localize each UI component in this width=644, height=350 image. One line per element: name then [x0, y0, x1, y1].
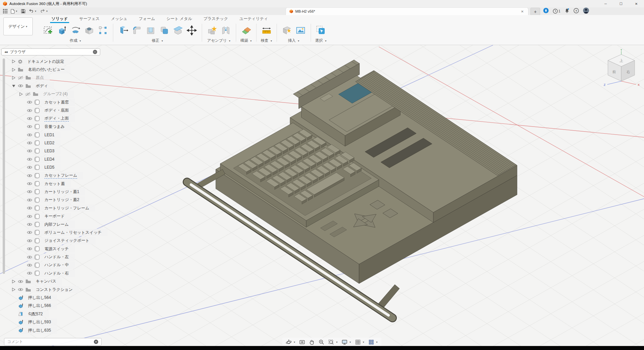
visibility-eye-icon[interactable] — [27, 230, 32, 234]
tree-row-body[interactable]: 電源スイッチ — [1, 245, 106, 253]
extensions-icon[interactable] — [543, 8, 549, 15]
tree-row-body[interactable]: ハンドル・右 — [1, 269, 106, 277]
create-sketch-icon[interactable] — [42, 24, 54, 37]
expand-arrow-icon[interactable] — [19, 92, 23, 97]
tab-close-icon[interactable]: ✕ — [520, 10, 525, 13]
tree-row-root[interactable]: ボディ — [1, 82, 106, 90]
grid-display-icon[interactable]: ▼ — [355, 339, 365, 345]
tree-row-body[interactable]: カセット蓋 — [1, 180, 106, 188]
expand-arrow-icon[interactable] — [11, 279, 16, 284]
visibility-eye-icon[interactable] — [27, 182, 32, 186]
tree-row-body[interactable]: 内部フレーム — [1, 220, 106, 228]
tree-row-body[interactable]: 音量つまみ — [1, 123, 106, 131]
tree-row-body[interactable]: ボディ・上面 — [1, 115, 106, 123]
visibility-eye-icon[interactable] — [27, 239, 32, 243]
tree-row-body[interactable]: キーボード — [1, 212, 106, 220]
new-tab-button[interactable]: + — [530, 8, 540, 15]
view-cube[interactable]: 上 前 右 Y Z X — [601, 49, 642, 90]
tree-row-body[interactable]: ジョイスティックポート — [1, 237, 106, 245]
tree-row-feature[interactable]: 押し出し566 — [1, 302, 106, 310]
visibility-eye-icon[interactable] — [27, 206, 32, 210]
ribbon-group-label[interactable]: アセンブリ ▼ — [207, 38, 231, 43]
save-icon[interactable] — [20, 8, 26, 14]
tree-row-body[interactable]: LED1 — [1, 131, 106, 139]
ribbon-tab-6[interactable]: プラスチック — [199, 16, 233, 23]
visibility-eye-icon[interactable] — [25, 92, 31, 96]
fit-icon[interactable]: ▼ — [328, 339, 338, 345]
browser-scrollbar[interactable] — [3, 58, 5, 274]
tree-row-body[interactable]: ハンドル・中 — [1, 261, 106, 269]
split-body-icon[interactable] — [172, 24, 184, 37]
visibility-eye-icon[interactable] — [27, 157, 32, 161]
tree-row-body[interactable]: LED3 — [1, 147, 106, 155]
visibility-eye-icon[interactable] — [27, 198, 32, 202]
ribbon-tab-7[interactable]: ユーティリティ — [235, 16, 273, 23]
visibility-eye-icon[interactable] — [27, 149, 32, 153]
redo-icon[interactable]: ▼ — [39, 8, 49, 14]
ribbon-group-label[interactable]: 修正 ▼ — [152, 38, 163, 43]
visibility-eye-icon[interactable] — [27, 165, 32, 169]
visibility-eye-icon[interactable] — [18, 288, 23, 292]
ribbon-tab-4[interactable]: フォーム — [134, 16, 160, 23]
tree-row-feature[interactable]: 押し出し635 — [1, 326, 106, 334]
expand-arrow-icon[interactable] — [11, 59, 16, 64]
zoom-icon[interactable] — [318, 339, 325, 345]
pattern-icon[interactable] — [97, 24, 109, 37]
ribbon-tab-2[interactable]: サーフェス — [74, 16, 104, 23]
collapse-arrow-icon[interactable] — [11, 83, 16, 88]
comment-input[interactable]: コメント + — [4, 338, 102, 346]
workspace-switcher[interactable]: デザイン ▼ — [3, 17, 33, 35]
tree-row-body[interactable]: カートリッジ・蓋1 — [1, 188, 106, 196]
shell-icon[interactable] — [145, 24, 157, 37]
tree-row-body[interactable]: カセット蓋窓 — [1, 98, 106, 106]
visibility-eye-icon[interactable] — [27, 190, 32, 194]
extrude-icon[interactable] — [56, 24, 68, 37]
ribbon-tab-3[interactable]: メッシュ — [106, 16, 132, 23]
app-grid-icon[interactable] — [2, 8, 8, 14]
ribbon-tab-1[interactable]: ソリッド — [47, 16, 72, 23]
look-at-icon[interactable] — [299, 339, 305, 345]
tree-row-body[interactable]: ボリューム・リセットスイッチ — [1, 228, 106, 236]
tree-row-body[interactable]: カートリッジ・蓋2 — [1, 196, 106, 204]
combine-icon[interactable] — [158, 24, 170, 37]
avatar[interactable] — [583, 7, 589, 15]
undo-icon[interactable]: ▼ — [28, 8, 38, 14]
expand-arrow-icon[interactable] — [11, 67, 16, 72]
visibility-eye-icon[interactable] — [27, 141, 32, 145]
tree-row-root[interactable]: キャンバス — [1, 278, 106, 286]
expand-arrow-icon[interactable] — [11, 287, 16, 292]
hole-icon[interactable] — [83, 24, 95, 37]
measure-icon[interactable] — [261, 24, 273, 37]
decal-icon[interactable] — [281, 24, 293, 37]
ribbon-group-label[interactable]: 構築 ▼ — [240, 38, 252, 43]
tree-row-body[interactable]: カートリッジ・フレーム — [1, 204, 106, 212]
visibility-eye-icon[interactable] — [18, 84, 23, 88]
press-pull-icon[interactable] — [117, 24, 129, 37]
visibility-eye-icon[interactable] — [18, 76, 23, 80]
close-button[interactable]: ✕ — [629, 0, 644, 7]
tree-row-group[interactable]: グループ2 (4) — [1, 90, 106, 98]
tree-row-body[interactable]: LED4 — [1, 155, 106, 163]
new-component-icon[interactable] — [206, 24, 218, 37]
revolve-icon[interactable] — [69, 24, 82, 37]
orbit-icon[interactable]: ▼ — [286, 339, 296, 345]
canvas-image-icon[interactable] — [295, 24, 307, 37]
fillet-icon[interactable] — [131, 24, 143, 37]
joint-icon[interactable] — [220, 24, 232, 37]
ribbon-group-label[interactable]: 挿入 ▼ — [288, 38, 300, 43]
add-comment-icon[interactable]: + — [94, 340, 98, 344]
viewports-icon[interactable]: ▼ — [368, 339, 378, 345]
visibility-eye-icon[interactable] — [27, 255, 32, 259]
file-menu-icon[interactable]: ▼ — [10, 8, 19, 14]
tree-row-body[interactable]: カセットフレーム — [1, 171, 106, 179]
help-icon[interactable]: ? — [574, 8, 579, 15]
notifications-bell-icon[interactable] — [565, 8, 570, 15]
visibility-eye-icon[interactable] — [27, 125, 32, 129]
visibility-eye-icon[interactable] — [27, 271, 32, 275]
visibility-eye-icon[interactable] — [27, 247, 32, 251]
tree-row-root[interactable]: 名前の付いたビュー — [1, 65, 106, 73]
visibility-eye-icon[interactable] — [18, 280, 23, 284]
tree-row-body[interactable]: LED2 — [1, 139, 106, 147]
tree-row-feature[interactable]: 勾配572 — [1, 310, 106, 318]
ribbon-group-label[interactable]: 検査 ▼ — [261, 38, 272, 43]
